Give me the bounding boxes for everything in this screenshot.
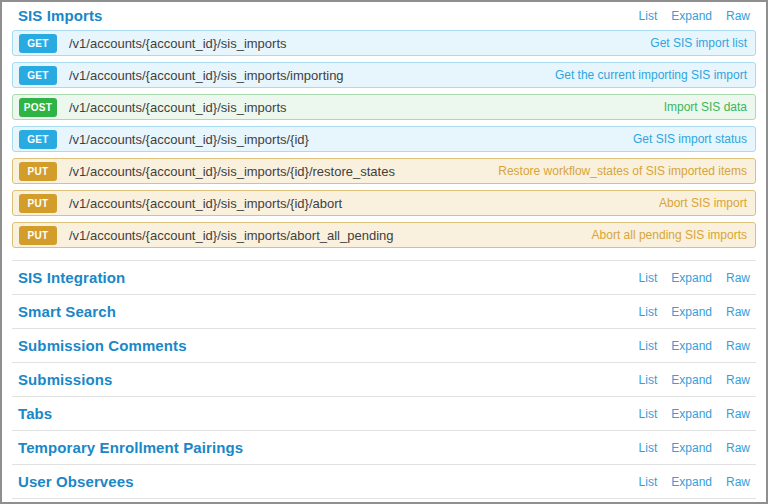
section-header: SIS IntegrationListExpandRaw — [12, 261, 756, 294]
endpoint-path[interactable]: /v1/accounts/{account_id}/sis_imports/{i… — [69, 196, 342, 211]
endpoint-description[interactable]: Abort all pending SIS imports — [592, 228, 747, 242]
section-header: UsersListExpandRaw — [12, 499, 756, 504]
section-link-list[interactable]: List — [639, 271, 658, 285]
section-link-expand[interactable]: Expand — [671, 441, 712, 455]
endpoint-description[interactable]: Get SIS import status — [633, 132, 747, 146]
endpoint-row[interactable]: PUT/v1/accounts/{account_id}/sis_imports… — [12, 222, 756, 248]
section-title[interactable]: Smart Search — [18, 303, 116, 320]
api-section: Submission CommentsListExpandRaw — [12, 329, 756, 363]
section-header: SubmissionsListExpandRaw — [12, 363, 756, 396]
endpoint-path[interactable]: /v1/accounts/{account_id}/sis_imports — [69, 100, 287, 115]
section-link-expand[interactable]: Expand — [671, 9, 712, 23]
section-title[interactable]: Submission Comments — [18, 337, 187, 354]
section-link-raw[interactable]: Raw — [726, 271, 750, 285]
endpoint-row[interactable]: PUT/v1/accounts/{account_id}/sis_imports… — [12, 190, 756, 216]
section-link-raw[interactable]: Raw — [726, 441, 750, 455]
endpoint-row[interactable]: GET/v1/accounts/{account_id}/sis_imports… — [12, 62, 756, 88]
section-link-expand[interactable]: Expand — [671, 475, 712, 489]
section-title[interactable]: SIS Integration — [18, 269, 125, 286]
method-badge: PUT — [19, 226, 57, 245]
section-link-list[interactable]: List — [639, 407, 658, 421]
endpoint-path[interactable]: /v1/accounts/{account_id}/sis_imports/{i… — [69, 164, 395, 179]
api-section: SIS IntegrationListExpandRaw — [12, 261, 756, 295]
section-links: ListExpandRaw — [639, 475, 750, 489]
method-badge: GET — [19, 34, 57, 53]
section-link-raw[interactable]: Raw — [726, 9, 750, 23]
section-link-expand[interactable]: Expand — [671, 407, 712, 421]
endpoint-path[interactable]: /v1/accounts/{account_id}/sis_imports/im… — [69, 68, 344, 83]
section-link-raw[interactable]: Raw — [726, 339, 750, 353]
api-section: Temporary Enrollment PairingsListExpandR… — [12, 431, 756, 465]
api-docs-page: SIS ImportsListExpandRawGET/v1/accounts/… — [0, 0, 768, 504]
section-links: ListExpandRaw — [639, 339, 750, 353]
endpoint-description[interactable]: Get SIS import list — [650, 36, 747, 50]
endpoint-description[interactable]: Import SIS data — [664, 100, 747, 114]
api-section: User ObserveesListExpandRaw — [12, 465, 756, 499]
section-link-expand[interactable]: Expand — [671, 305, 712, 319]
section-header: Temporary Enrollment PairingsListExpandR… — [12, 431, 756, 464]
section-link-expand[interactable]: Expand — [671, 373, 712, 387]
api-section: TabsListExpandRaw — [12, 397, 756, 431]
endpoint-row[interactable]: GET/v1/accounts/{account_id}/sis_imports… — [12, 30, 756, 56]
endpoint-description[interactable]: Restore workflow_states of SIS imported … — [498, 164, 747, 178]
section-link-list[interactable]: List — [639, 9, 658, 23]
endpoint-row[interactable]: PUT/v1/accounts/{account_id}/sis_imports… — [12, 158, 756, 184]
section-header: Submission CommentsListExpandRaw — [12, 329, 756, 362]
section-link-raw[interactable]: Raw — [726, 407, 750, 421]
section-header: Smart SearchListExpandRaw — [12, 295, 756, 328]
endpoint-description[interactable]: Abort SIS import — [659, 196, 747, 210]
api-section: SIS ImportsListExpandRawGET/v1/accounts/… — [12, 5, 756, 261]
method-badge: GET — [19, 130, 57, 149]
section-links: ListExpandRaw — [639, 9, 750, 23]
method-badge: PUT — [19, 162, 57, 181]
section-title[interactable]: User Observees — [18, 473, 134, 490]
section-link-expand[interactable]: Expand — [671, 271, 712, 285]
section-links: ListExpandRaw — [639, 305, 750, 319]
endpoint-description[interactable]: Get the current importing SIS import — [555, 68, 747, 82]
section-link-raw[interactable]: Raw — [726, 305, 750, 319]
section-title[interactable]: SIS Imports — [18, 7, 102, 24]
section-link-raw[interactable]: Raw — [726, 475, 750, 489]
endpoint-path[interactable]: /v1/accounts/{account_id}/sis_imports — [69, 36, 287, 51]
endpoint-path[interactable]: /v1/accounts/{account_id}/sis_imports/{i… — [69, 132, 309, 147]
section-links: ListExpandRaw — [639, 441, 750, 455]
section-links: ListExpandRaw — [639, 373, 750, 387]
section-link-list[interactable]: List — [639, 475, 658, 489]
section-header: User ObserveesListExpandRaw — [12, 465, 756, 498]
section-header: SIS ImportsListExpandRaw — [12, 5, 756, 30]
section-title[interactable]: Temporary Enrollment Pairings — [18, 439, 243, 456]
section-links: ListExpandRaw — [639, 271, 750, 285]
section-link-list[interactable]: List — [639, 305, 658, 319]
section-link-raw[interactable]: Raw — [726, 373, 750, 387]
method-badge: POST — [19, 98, 57, 117]
section-link-list[interactable]: List — [639, 339, 658, 353]
endpoint-path[interactable]: /v1/accounts/{account_id}/sis_imports/ab… — [69, 228, 394, 243]
api-section: UsersListExpandRaw — [12, 499, 756, 504]
endpoint-list: GET/v1/accounts/{account_id}/sis_imports… — [12, 30, 756, 260]
section-link-expand[interactable]: Expand — [671, 339, 712, 353]
endpoint-row[interactable]: GET/v1/accounts/{account_id}/sis_imports… — [12, 126, 756, 152]
section-link-list[interactable]: List — [639, 441, 658, 455]
section-title[interactable]: Tabs — [18, 405, 52, 422]
api-sections: SIS ImportsListExpandRawGET/v1/accounts/… — [12, 5, 756, 504]
section-links: ListExpandRaw — [639, 407, 750, 421]
api-section: Smart SearchListExpandRaw — [12, 295, 756, 329]
api-section: SubmissionsListExpandRaw — [12, 363, 756, 397]
section-header: TabsListExpandRaw — [12, 397, 756, 430]
method-badge: PUT — [19, 194, 57, 213]
section-link-list[interactable]: List — [639, 373, 658, 387]
section-title[interactable]: Submissions — [18, 371, 112, 388]
method-badge: GET — [19, 66, 57, 85]
endpoint-row[interactable]: POST/v1/accounts/{account_id}/sis_import… — [12, 94, 756, 120]
